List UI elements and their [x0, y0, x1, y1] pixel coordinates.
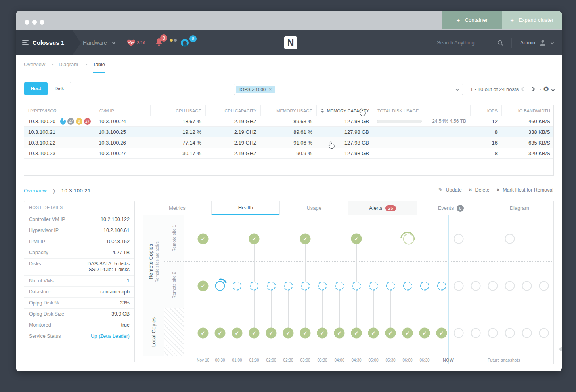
table-row-host-1[interactable]: 10.3.100.20 27 8 27 10.3.100.24 18.67 % … [24, 116, 553, 127]
snapshot-future-icon[interactable] [454, 234, 464, 244]
update-action[interactable]: Update [446, 187, 462, 193]
hardware-menu[interactable]: Hardware [83, 30, 107, 55]
snapshot-check-icon[interactable]: ✓ [436, 328, 447, 339]
snapshot-check-icon[interactable]: ✓ [419, 328, 430, 339]
tab-diagram[interactable]: Diagram [59, 55, 78, 73]
snapshot-check-icon[interactable]: ✓ [385, 328, 396, 339]
snapshot-future-icon[interactable] [454, 281, 464, 291]
snapshot-future-icon[interactable] [522, 328, 532, 338]
column-header-cpu-capacity[interactable]: CPU CAPACITY [205, 105, 260, 116]
breadcrumb-parent[interactable]: Overview [24, 188, 47, 194]
snapshot-check-icon[interactable]: ✓ [368, 328, 379, 339]
snapshot-future-icon[interactable] [471, 281, 481, 291]
tab-table[interactable]: Table [93, 55, 105, 73]
column-header-memory-capacity[interactable]: MEMORY CAPACITY [316, 105, 373, 116]
table-settings-gear-icon[interactable]: ⚙ [543, 85, 549, 93]
snapshot-check-icon[interactable]: ✓ [232, 328, 243, 339]
snapshot-future-icon[interactable] [539, 281, 549, 291]
snapshot-check-icon[interactable]: ✓ [351, 234, 362, 244]
tab-overview[interactable]: Overview [24, 55, 45, 73]
snapshot-check-icon[interactable]: ✓ [198, 281, 209, 291]
host-toggle[interactable]: Host [24, 82, 48, 95]
snapshot-check-icon[interactable]: ✓ [300, 234, 311, 244]
snapshot-pending-icon[interactable] [233, 282, 242, 291]
admin-label[interactable]: Admin [520, 40, 535, 46]
snapshot-future-icon[interactable] [488, 328, 498, 338]
window-dot-1[interactable] [25, 20, 29, 25]
tab-usage[interactable]: Usage [279, 201, 348, 215]
snapshot-future-icon[interactable] [505, 328, 515, 338]
task-progress-icon[interactable] [181, 39, 189, 47]
tab-diagram[interactable]: Diagram [485, 201, 553, 215]
detail-value[interactable]: Up (Zeus Leader) [91, 333, 130, 339]
snapshot-pending-icon[interactable] [335, 282, 344, 291]
expand-cluster-button[interactable]: + Expand cluster [502, 11, 562, 29]
snapshot-check-icon[interactable]: ✓ [402, 328, 413, 339]
snapshot-check-icon[interactable]: ✓ [334, 328, 345, 339]
snapshot-pending-icon[interactable] [318, 282, 327, 291]
prev-page-button[interactable] [521, 87, 525, 91]
column-header-cpu-usage[interactable]: CPU USAGE [150, 105, 205, 116]
snapshot-pending-icon[interactable] [386, 282, 395, 291]
sort-icon[interactable] [321, 109, 324, 113]
mark-host-removal-action[interactable]: Mark Host for Removal [503, 187, 553, 193]
snapshot-pending-icon[interactable] [352, 282, 361, 291]
search-input[interactable] [437, 37, 492, 46]
menu-icon[interactable] [22, 40, 29, 46]
container-button[interactable]: + Container [442, 11, 502, 29]
snapshot-pending-icon[interactable] [437, 282, 446, 291]
column-header-hypervisor[interactable]: HYPERVISOR [24, 105, 95, 116]
snapshot-future-icon[interactable] [454, 328, 464, 338]
snapshot-future-icon[interactable] [505, 234, 515, 244]
snapshot-check-icon[interactable]: ✓ [351, 328, 362, 339]
snapshot-check-icon[interactable]: ✓ [300, 328, 311, 339]
snapshot-check-icon[interactable]: ✓ [215, 328, 226, 339]
snapshot-check-icon[interactable]: ✓ [249, 328, 260, 339]
window-dot-2[interactable] [32, 20, 37, 25]
table-row-host-2-selected[interactable]: 10.3.100.21 10.3.100.25 19.12 % 2.19 GHZ… [24, 127, 553, 137]
snapshot-pending-icon[interactable] [284, 282, 293, 291]
user-icon[interactable] [539, 39, 546, 46]
snapshot-check-icon[interactable]: ✓ [198, 328, 209, 339]
snapshot-pending-icon[interactable] [420, 282, 429, 291]
column-header-io-bandwidth[interactable]: IO BANDWIDTH [501, 105, 554, 116]
disk-toggle[interactable]: Disk [48, 82, 71, 95]
snapshot-check-icon[interactable]: ✓ [266, 328, 277, 339]
snapshot-check-icon[interactable]: ✓ [317, 328, 328, 339]
timeline-scrollbar[interactable] [559, 347, 562, 351]
snapshot-future-icon[interactable] [505, 281, 515, 291]
chip-close-icon[interactable]: × [269, 87, 272, 92]
column-header-iops[interactable]: IOPS [470, 105, 501, 116]
chevron-down-icon[interactable] [551, 41, 554, 44]
filter-input[interactable]: IOPS > 1000 × [234, 84, 463, 95]
snapshot-spinner-green-icon[interactable] [398, 229, 417, 249]
tab-health[interactable]: Health [211, 201, 280, 215]
tab-metrics[interactable]: Metrics [143, 201, 211, 215]
filter-dropdown-button[interactable] [452, 84, 463, 95]
snapshot-future-icon[interactable] [539, 328, 549, 338]
snapshot-future-icon[interactable] [471, 328, 481, 338]
task-count-badge[interactable]: 8 [189, 35, 197, 42]
column-header-total-disk-usage[interactable]: TOTAL DISK USAGE [373, 105, 470, 116]
snapshot-pending-icon[interactable] [369, 282, 378, 291]
table-row-host-4[interactable]: 10.3.100.23 10.3.100.27 30.17 % 2.19 GHZ… [24, 148, 553, 159]
alert-count-badge[interactable]: 8 [160, 34, 167, 42]
column-header-cvm-ip[interactable]: CVM IP [95, 105, 150, 116]
snapshot-pending-icon[interactable] [250, 282, 259, 291]
snapshot-check-icon[interactable]: ✓ [283, 328, 294, 339]
tab-events[interactable]: Events 8 [417, 201, 485, 215]
next-page-button[interactable] [530, 87, 535, 91]
snapshot-pending-icon[interactable] [301, 282, 310, 291]
column-header-memory-usage[interactable]: MEMORY USAGE [260, 105, 316, 116]
delete-action[interactable]: Delete [475, 187, 489, 193]
table-row-host-3[interactable]: 10.3.100.22 10.3.100.26 77.14 % 2.19 GHZ… [24, 137, 553, 148]
window-dot-3[interactable] [40, 20, 44, 25]
snapshot-future-icon[interactable] [522, 281, 532, 291]
snapshot-pending-icon[interactable] [403, 282, 412, 291]
snapshot-future-icon[interactable] [488, 281, 498, 291]
health-heart-icon[interactable] [127, 39, 136, 47]
search-icon[interactable] [498, 40, 503, 46]
snapshot-spinner-blue-icon[interactable] [215, 281, 225, 291]
chevron-down-icon[interactable] [551, 88, 555, 91]
filter-chip[interactable]: IOPS > 1000 × [236, 86, 275, 93]
